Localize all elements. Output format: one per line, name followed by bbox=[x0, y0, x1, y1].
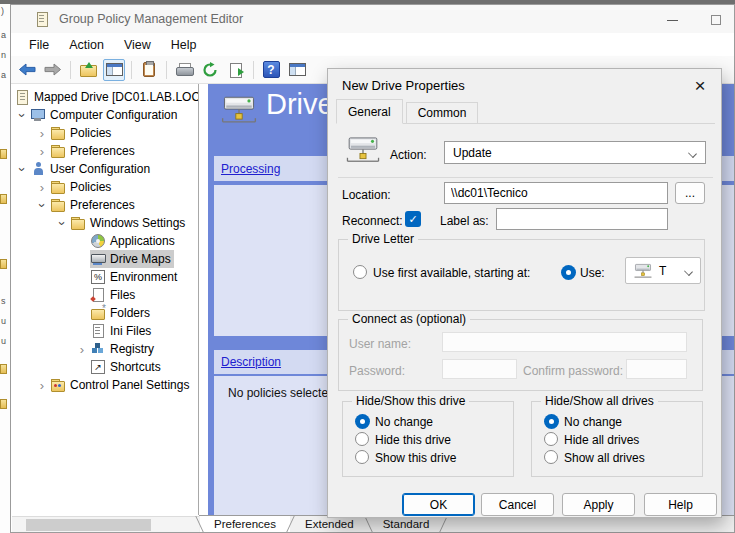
gpo-scroll-icon bbox=[15, 90, 29, 104]
tree-item-registry[interactable]: Registry bbox=[12, 340, 198, 358]
chevron-down-icon[interactable] bbox=[14, 162, 30, 177]
ok-button[interactable]: OK bbox=[402, 493, 475, 516]
files-icon bbox=[91, 288, 105, 302]
environment-icon bbox=[91, 270, 105, 284]
show-console-tree-button[interactable] bbox=[103, 59, 125, 81]
tab-common[interactable]: Common bbox=[406, 102, 479, 123]
action-select[interactable]: Update bbox=[444, 141, 706, 164]
up-one-level-button[interactable] bbox=[77, 59, 99, 81]
use-radio[interactable] bbox=[561, 265, 576, 280]
tree-item-root[interactable]: Mapped Drive [DC01.LAB.LOCA bbox=[12, 88, 198, 106]
hide-all-drives-radio[interactable] bbox=[544, 432, 558, 446]
tree-item-policies[interactable]: Policies bbox=[12, 124, 198, 142]
forward-button[interactable] bbox=[42, 59, 64, 81]
description-link[interactable]: Description bbox=[221, 355, 281, 369]
tree-item-preferences[interactable]: Preferences bbox=[12, 196, 198, 214]
apply-button[interactable]: Apply bbox=[562, 493, 635, 516]
tree-item-windows-settings[interactable]: Windows Settings bbox=[12, 214, 198, 232]
tree-item-applications[interactable]: Applications bbox=[12, 232, 198, 250]
no-change-this-label: No change bbox=[375, 415, 433, 429]
back-button[interactable] bbox=[16, 59, 38, 81]
folder-icon bbox=[51, 126, 65, 140]
copy-button[interactable] bbox=[138, 59, 160, 81]
processing-link[interactable]: Processing bbox=[221, 162, 280, 176]
location-input[interactable] bbox=[444, 182, 668, 204]
tree-item-shortcuts[interactable]: Shortcuts bbox=[12, 358, 198, 376]
menu-view[interactable]: View bbox=[114, 36, 161, 54]
tree-item-ini-files[interactable]: Ini Files bbox=[12, 322, 198, 340]
tab-extended[interactable]: Extended bbox=[291, 516, 368, 532]
help-button[interactable]: Help bbox=[644, 493, 717, 516]
menu-help[interactable]: Help bbox=[161, 36, 207, 54]
tree-item-drive-maps[interactable]: Drive Maps bbox=[12, 250, 198, 268]
show-this-drive-label: Show this drive bbox=[375, 451, 456, 465]
chevron-down-icon[interactable] bbox=[14, 108, 30, 123]
tree-item-files[interactable]: Files bbox=[12, 286, 198, 304]
chevron-down-icon[interactable] bbox=[34, 198, 50, 213]
shortcuts-icon bbox=[91, 360, 105, 374]
folder-icon bbox=[71, 216, 85, 230]
browse-button[interactable]: ... bbox=[675, 182, 705, 204]
tree-item-user-configuration[interactable]: User Configuration bbox=[12, 160, 198, 178]
print-button[interactable] bbox=[173, 59, 195, 81]
minimize-button[interactable] bbox=[658, 10, 686, 30]
tab-preferences[interactable]: Preferences bbox=[200, 516, 290, 532]
scrollbar-thumb[interactable] bbox=[26, 519, 151, 531]
help-button[interactable] bbox=[260, 59, 282, 81]
close-icon[interactable] bbox=[687, 74, 713, 98]
tree-item-computer-configuration[interactable]: Computer Configuration bbox=[12, 106, 198, 124]
folders-icon bbox=[91, 306, 105, 320]
screen: ) a n a s u u Group Policy Management Ed… bbox=[0, 0, 735, 533]
folder-icon bbox=[51, 144, 65, 158]
chevron-down-icon[interactable] bbox=[54, 216, 70, 231]
no-change-all-label: No change bbox=[564, 415, 622, 429]
tree-item-preferences[interactable]: Preferences bbox=[12, 142, 198, 160]
control-panel-folder-icon bbox=[51, 378, 65, 392]
clipboard-icon bbox=[143, 62, 155, 77]
chevron-right-icon[interactable] bbox=[34, 180, 50, 195]
show-all-drives-radio[interactable] bbox=[544, 450, 558, 464]
registry-icon bbox=[91, 342, 105, 356]
tab-standard[interactable]: Standard bbox=[369, 516, 444, 532]
dialog-title: New Drive Properties bbox=[342, 78, 465, 93]
refresh-button[interactable] bbox=[199, 59, 221, 81]
ini-files-icon bbox=[91, 324, 105, 338]
chevron-right-icon[interactable] bbox=[74, 342, 90, 357]
description-text: No policies selected bbox=[228, 386, 335, 400]
tree-horizontal-scrollbar[interactable] bbox=[12, 516, 199, 532]
no-change-this-radio[interactable] bbox=[355, 414, 370, 429]
reconnect-label: Reconnect: bbox=[342, 214, 403, 228]
connect-as-legend: Connect as (optional) bbox=[348, 312, 470, 326]
hide-this-drive-radio[interactable] bbox=[355, 432, 369, 446]
hide-show-this-drive-group: Hide/Show this drive No change Hide this… bbox=[342, 401, 514, 477]
tab-general[interactable]: General bbox=[336, 99, 403, 124]
user-name-input bbox=[442, 332, 687, 352]
no-change-all-radio[interactable] bbox=[544, 414, 559, 429]
help-icon bbox=[263, 61, 280, 78]
cancel-button[interactable]: Cancel bbox=[481, 493, 554, 516]
label-as-input[interactable] bbox=[496, 208, 668, 230]
use-first-available-radio[interactable] bbox=[353, 265, 367, 279]
hide-all-drives-label: Hide all drives bbox=[564, 433, 639, 447]
user-name-label: User name: bbox=[349, 337, 411, 351]
menu-file[interactable]: File bbox=[19, 36, 59, 54]
maximize-button[interactable] bbox=[702, 10, 730, 30]
menu-action[interactable]: Action bbox=[59, 36, 114, 54]
tree-item-environment[interactable]: Environment bbox=[12, 268, 198, 286]
tree-item-control-panel-settings[interactable]: Control Panel Settings bbox=[12, 376, 198, 394]
drive-icon bbox=[632, 263, 654, 279]
drive-letter-select[interactable]: T bbox=[625, 257, 701, 284]
chevron-right-icon[interactable] bbox=[34, 378, 50, 393]
tree-item-policies[interactable]: Policies bbox=[12, 178, 198, 196]
chevron-right-icon[interactable] bbox=[34, 126, 50, 141]
export-list-button[interactable] bbox=[225, 59, 247, 81]
tree-item-folders[interactable]: Folders bbox=[12, 304, 198, 322]
show-this-drive-radio[interactable] bbox=[355, 450, 369, 464]
maximize-icon bbox=[711, 15, 721, 25]
show-console-tree-icon bbox=[106, 63, 123, 76]
show-console-window-button[interactable] bbox=[286, 59, 308, 81]
use-first-available-label: Use first available, starting at: bbox=[373, 266, 530, 280]
chevron-right-icon[interactable] bbox=[34, 144, 50, 159]
hide-this-drive-label: Hide this drive bbox=[375, 433, 451, 447]
reconnect-checkbox[interactable] bbox=[405, 211, 421, 227]
